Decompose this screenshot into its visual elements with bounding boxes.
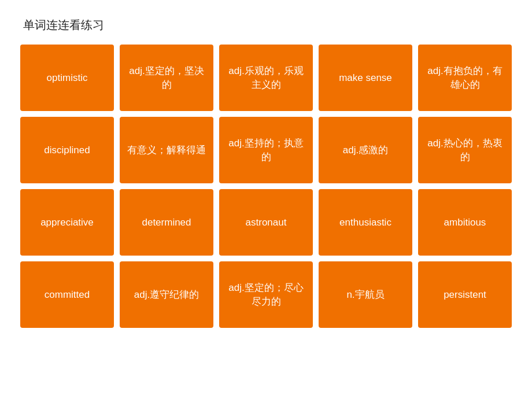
card-6[interactable]: disciplined [20,117,114,183]
card-2[interactable]: adj.坚定的，坚决的 [120,45,213,111]
page-title: 单词连连看练习 [0,0,532,45]
card-20[interactable]: persistent [418,261,512,328]
card-19[interactable]: n.宇航员 [319,261,412,328]
card-1[interactable]: optimistic [20,45,114,111]
card-14[interactable]: enthusiastic [319,189,412,256]
card-15[interactable]: ambitious [418,189,512,256]
card-grid: optimisticadj.坚定的，坚决的adj.乐观的，乐观主义的make s… [0,45,532,328]
card-10[interactable]: adj.热心的，热衷的 [418,117,512,183]
card-7[interactable]: 有意义；解释得通 [120,117,213,183]
card-11[interactable]: appreciative [20,189,114,256]
card-12[interactable]: determined [120,189,213,256]
card-13[interactable]: astronaut [219,189,313,256]
card-18[interactable]: adj.坚定的；尽心尽力的 [219,261,313,328]
card-16[interactable]: committed [20,261,114,328]
card-3[interactable]: adj.乐观的，乐观主义的 [219,45,313,111]
card-9[interactable]: adj.感激的 [319,117,412,183]
card-5[interactable]: adj.有抱负的，有雄心的 [418,45,512,111]
card-8[interactable]: adj.坚持的；执意的 [219,117,313,183]
card-17[interactable]: adj.遵守纪律的 [120,261,213,328]
card-4[interactable]: make sense [319,45,412,111]
